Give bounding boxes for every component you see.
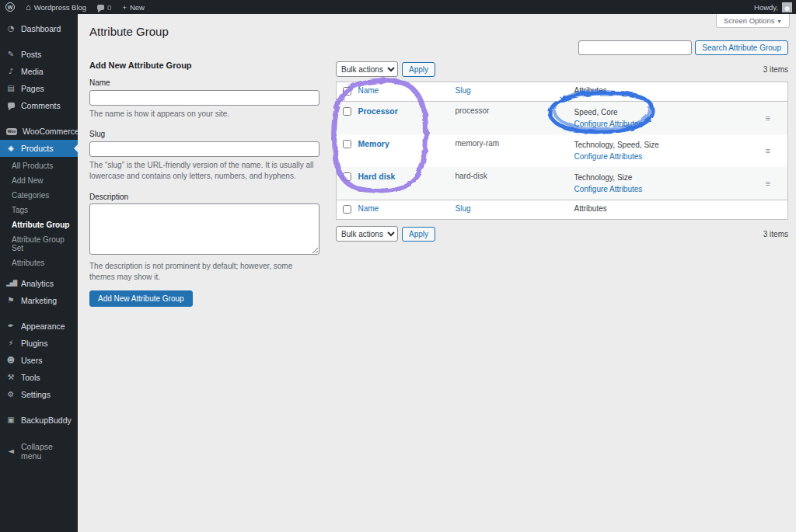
- main-content: Screen Options ▼ Attribute Group Add New…: [78, 14, 796, 532]
- slug-help-text: The “slug” is the URL-friendly version o…: [89, 160, 319, 183]
- sidebar-item-media[interactable]: ♪ Media: [0, 63, 78, 80]
- bar-chart-icon: ▂▅█: [6, 281, 16, 287]
- woocommerce-icon: Woo: [6, 128, 17, 135]
- drag-handle-icon[interactable]: ≡: [766, 113, 770, 123]
- sidebar-item-products[interactable]: ◈ Products: [0, 140, 78, 157]
- admin-sidebar: ◔ Dashboard ✎ Posts ♪ Media ▤ Pages Comm…: [0, 14, 78, 532]
- select-all-checkbox-bottom[interactable]: [343, 205, 351, 214]
- product-box-icon: ◈: [6, 144, 16, 152]
- sort-by-slug-footer[interactable]: Slug: [456, 204, 471, 213]
- sidebar-label: Pages: [21, 84, 44, 93]
- add-new-attribute-group-button[interactable]: Add New Attribute Group: [89, 290, 193, 307]
- wp-logo-menu[interactable]: W: [0, 0, 20, 14]
- new-content-menu[interactable]: + New: [117, 0, 150, 14]
- submenu-all-products[interactable]: All Products: [0, 158, 78, 173]
- music-note-icon: ♪: [6, 68, 16, 75]
- attribute-group-table: Name Slug Attributes Processor processor…: [336, 82, 788, 220]
- row-attributes: Technology, Size: [574, 172, 761, 183]
- row-checkbox-memory[interactable]: [343, 140, 351, 148]
- select-all-checkbox-top[interactable]: [343, 87, 351, 96]
- table-row-memory: Memory memory-ram Technology, Speed, Siz…: [337, 134, 788, 167]
- apply-button-top[interactable]: Apply: [402, 62, 435, 77]
- table-header-row: Name Slug Attributes: [337, 82, 788, 102]
- submenu-tags[interactable]: Tags: [0, 203, 78, 217]
- sidebar-item-woocommerce[interactable]: Woo WooCommerce: [0, 123, 78, 140]
- drag-handle-icon[interactable]: ≡: [766, 179, 770, 188]
- site-name-link[interactable]: ⌂ Wordpress Blog: [20, 0, 92, 14]
- sidebar-label: Tools: [21, 373, 40, 382]
- row-name-link[interactable]: Memory: [358, 139, 389, 148]
- dashboard-icon: ◔: [6, 25, 16, 33]
- sidebar-item-posts[interactable]: ✎ Posts: [0, 46, 78, 63]
- howdy-label: Howdy,: [754, 3, 778, 12]
- sidebar-item-tools[interactable]: ⚒ Tools: [0, 369, 78, 386]
- sort-by-slug-header[interactable]: Slug: [456, 86, 471, 95]
- sidebar-item-settings[interactable]: ⚙ Settings: [0, 386, 78, 403]
- search-attribute-group-button[interactable]: Search Attribute Group: [695, 40, 788, 55]
- name-label: Name: [89, 78, 319, 87]
- sidebar-item-analytics[interactable]: ▂▅█ Analytics: [0, 275, 78, 292]
- name-field[interactable]: [89, 90, 319, 106]
- home-icon: ⌂: [26, 3, 31, 12]
- sort-by-name-header[interactable]: Name: [358, 86, 379, 95]
- sidebar-item-comments[interactable]: Comments: [0, 97, 78, 114]
- sidebar-item-appearance[interactable]: ✒ Appearance: [0, 318, 78, 335]
- collapse-arrow-icon: ◄: [6, 447, 16, 455]
- sidebar-label: Analytics: [21, 279, 54, 288]
- slug-field[interactable]: [89, 141, 319, 157]
- sidebar-item-pages[interactable]: ▤ Pages: [0, 80, 78, 97]
- attributes-footer: Attributes: [574, 200, 766, 220]
- attribute-group-list: Search Attribute Group Bulk actions Appl…: [336, 40, 788, 242]
- add-attribute-group-form: Add New Attribute Group Name The name is…: [89, 61, 319, 307]
- sidebar-item-marketing[interactable]: ⚑ Marketing: [0, 292, 78, 309]
- admin-bar: W ⌂ Wordpress Blog 0 + New Howdy, ☻: [0, 0, 796, 14]
- submenu-attribute-group[interactable]: Attribute Group: [0, 217, 78, 232]
- submenu-categories[interactable]: Categories: [0, 188, 78, 203]
- sidebar-label: Plugins: [21, 339, 47, 348]
- sidebar-label: Dashboard: [21, 24, 61, 33]
- products-submenu: All Products Add New Categories Tags Att…: [0, 157, 78, 275]
- drag-handle-icon[interactable]: ≡: [766, 146, 770, 155]
- sidebar-label: Products: [21, 144, 53, 153]
- bulk-actions-select-bottom[interactable]: Bulk actions: [336, 226, 398, 242]
- comments-admin-link[interactable]: 0: [92, 0, 117, 14]
- row-name-link[interactable]: Processor: [358, 106, 398, 116]
- page-icon: ▤: [6, 85, 16, 92]
- table-footer-row: Name Slug Attributes: [337, 200, 788, 220]
- search-input[interactable]: [578, 40, 692, 55]
- sidebar-item-backupbuddy[interactable]: ▣ BackupBuddy: [0, 412, 78, 429]
- submenu-attribute-group-set[interactable]: Attribute Group Set: [0, 232, 78, 256]
- submenu-add-new[interactable]: Add New: [0, 173, 78, 188]
- page-title: Attribute Group: [89, 25, 169, 38]
- description-label: Description: [89, 193, 319, 201]
- sidebar-item-users[interactable]: ☻ Users: [0, 352, 78, 369]
- screen-options-button[interactable]: Screen Options ▼: [716, 14, 790, 28]
- row-slug: memory-ram: [456, 139, 500, 148]
- configure-attributes-link[interactable]: Configure Attributes: [574, 183, 643, 195]
- sort-by-name-footer[interactable]: Name: [358, 204, 379, 213]
- description-field[interactable]: [89, 203, 319, 255]
- apply-button-bottom[interactable]: Apply: [402, 227, 435, 242]
- user-avatar[interactable]: ☻: [782, 2, 792, 12]
- brush-icon: ✒: [6, 322, 16, 330]
- collapse-menu-button[interactable]: ◄ Collapse menu: [0, 438, 78, 464]
- configure-attributes-link[interactable]: Configure Attributes: [574, 151, 643, 162]
- sidebar-label: WooCommerce: [23, 127, 79, 136]
- backup-icon: ▣: [6, 416, 16, 424]
- bulk-actions-select-top[interactable]: Bulk actions: [336, 61, 398, 77]
- configure-attributes-link[interactable]: Configure Attributes: [574, 118, 643, 130]
- sidebar-item-plugins[interactable]: ⚡ Plugins: [0, 335, 78, 352]
- plug-icon: ⚡: [6, 339, 16, 347]
- row-checkbox-processor[interactable]: [343, 107, 351, 116]
- sidebar-item-dashboard[interactable]: ◔ Dashboard: [0, 20, 78, 37]
- items-count-bottom: 3 items: [763, 230, 788, 238]
- new-label: New: [130, 3, 145, 12]
- items-count-top: 3 items: [763, 65, 788, 74]
- name-help-text: The name is how it appears on your site.: [89, 109, 319, 120]
- row-checkbox-hard-disk[interactable]: [343, 172, 351, 181]
- sidebar-label: Posts: [21, 50, 41, 59]
- submenu-attributes[interactable]: Attributes: [0, 256, 78, 270]
- row-name-link[interactable]: Hard disk: [358, 172, 396, 181]
- pencil-icon: ✎: [6, 50, 16, 58]
- site-name-label: Wordpress Blog: [34, 3, 86, 12]
